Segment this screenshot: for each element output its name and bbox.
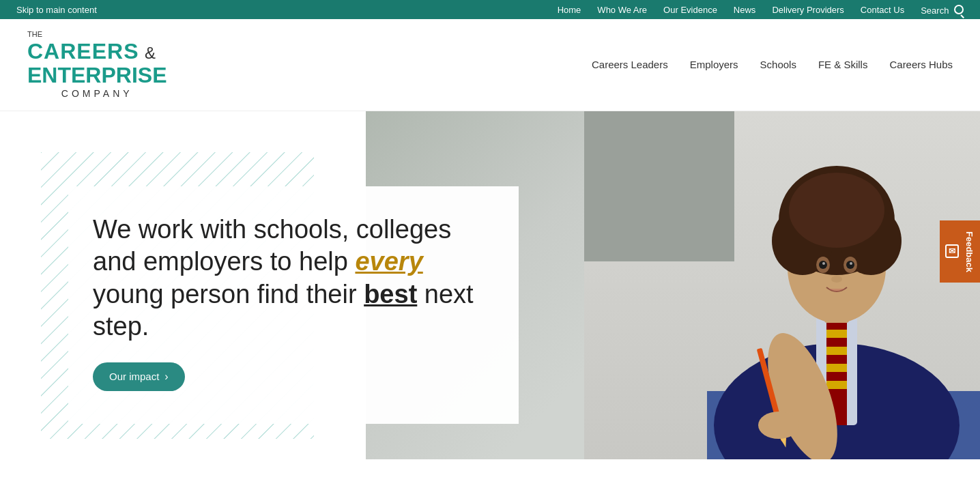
hero-section: We work with schools, colleges and emplo… bbox=[0, 111, 980, 459]
svg-rect-8 bbox=[826, 330, 847, 338]
feedback-label: Feedback bbox=[964, 231, 975, 272]
hero-text-box: We work with schools, colleges and emplo… bbox=[68, 186, 519, 424]
hero-heading-best: best bbox=[364, 280, 417, 308]
svg-point-22 bbox=[822, 262, 825, 265]
svg-rect-9 bbox=[826, 347, 847, 355]
feedback-tab[interactable]: Feedback ✉ bbox=[940, 220, 980, 283]
svg-point-24 bbox=[831, 276, 842, 283]
topnav-delivery-providers[interactable]: Delivery Providers bbox=[772, 5, 844, 15]
hero-cta-button[interactable]: Our impact › bbox=[93, 362, 185, 391]
nav-fe-skills[interactable]: FE & Skills bbox=[818, 59, 868, 70]
logo[interactable]: THE CAREERS & ENTERPRISE COMPANY bbox=[27, 30, 167, 100]
hero-heading-every: every bbox=[355, 247, 422, 276]
topnav-home[interactable]: Home bbox=[558, 5, 581, 15]
logo-the: THE bbox=[27, 30, 167, 38]
nav-schools[interactable]: Schools bbox=[760, 59, 796, 70]
hero-cta-arrow-icon: › bbox=[164, 371, 168, 383]
svg-point-17 bbox=[789, 173, 884, 248]
logo-company: COMPANY bbox=[27, 89, 167, 99]
topnav-who-we-are[interactable]: Who We Are bbox=[597, 5, 647, 15]
topnav-news[interactable]: News bbox=[734, 5, 756, 15]
feedback-icon: ✉ bbox=[945, 244, 959, 258]
svg-point-28 bbox=[758, 412, 799, 439]
svg-rect-10 bbox=[826, 364, 847, 372]
topnav-search[interactable]: Search bbox=[921, 4, 964, 16]
hero-heading: We work with schools, colleges and emplo… bbox=[93, 214, 486, 343]
nav-careers-leaders[interactable]: Careers Leaders bbox=[592, 59, 668, 70]
logo-amp: & bbox=[145, 44, 156, 62]
topnav-contact-us[interactable]: Contact Us bbox=[861, 5, 904, 15]
svg-rect-11 bbox=[826, 381, 847, 389]
nav-careers-hubs[interactable]: Careers Hubs bbox=[889, 59, 953, 70]
svg-rect-3 bbox=[584, 111, 734, 261]
main-header: THE CAREERS & ENTERPRISE COMPANY Careers… bbox=[0, 19, 980, 111]
hero-cta-label: Our impact bbox=[109, 371, 159, 382]
top-navigation-bar: Skip to main content Home Who We Are Our… bbox=[0, 0, 980, 19]
search-icon bbox=[954, 5, 964, 14]
nav-employers[interactable]: Employers bbox=[690, 59, 738, 70]
skip-to-main-content[interactable]: Skip to main content bbox=[16, 5, 97, 15]
logo-careers: CAREERS bbox=[27, 39, 139, 63]
main-navigation: Careers Leaders Employers Schools FE & S… bbox=[592, 59, 953, 70]
logo-enterprise: ENTERPRISE bbox=[27, 63, 167, 87]
logo-text: THE CAREERS & ENTERPRISE COMPANY bbox=[27, 30, 167, 100]
svg-point-21 bbox=[846, 261, 854, 269]
svg-point-20 bbox=[819, 261, 827, 269]
topnav-our-evidence[interactable]: Our Evidence bbox=[663, 5, 717, 15]
hero-heading-part2: young person find their bbox=[93, 280, 364, 308]
top-nav-links: Home Who We Are Our Evidence News Delive… bbox=[558, 4, 964, 16]
svg-point-23 bbox=[850, 262, 852, 265]
